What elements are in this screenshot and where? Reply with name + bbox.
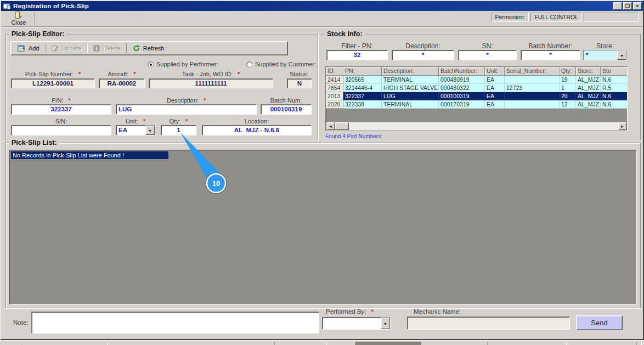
radio-supplied-by-performer[interactable]: Supplied by Performer: [148,61,218,67]
table-row[interactable]: 2020322338TERMINAL000170319EA12AL_MJZN.6 [326,100,627,109]
taskbar-strip [0,340,644,345]
column-header[interactable]: PN: [343,67,382,76]
location-field[interactable]: AL_MJZ - N.6.6 [202,125,312,135]
column-header[interactable]: Qty: [560,67,576,76]
refresh-button-label: Refresh [143,45,165,52]
table-cell: 19 [560,76,576,84]
note-input[interactable] [31,312,319,333]
radio-performer-label: Supplied by Performer: [156,61,218,67]
radio-customer-circle [246,61,252,67]
unit-combo[interactable]: EA ▼ [116,125,155,135]
stock-info-group: Stock Info: Filter - PN: Description: SN… [321,34,641,140]
delete-button[interactable]: Delete [89,43,125,54]
stock-group-title: Stock Info: [325,30,365,38]
note-label: Note: [13,319,29,326]
permission-label: Permission: [492,13,529,22]
close-window-button[interactable]: × [633,2,642,10]
table-cell: TERMINAL [382,100,439,109]
table-cell: EA [485,84,505,92]
table-cell: N.6 [601,92,628,100]
window-title: Registration of Pick-Slip [13,3,612,9]
performed-by-combo[interactable]: ▼ [322,317,391,330]
aircraft-field[interactable]: RA-00002 [99,78,145,88]
task-field[interactable]: 1111111111 [149,78,273,88]
minimize-button[interactable]: _ [613,2,622,10]
update-button[interactable]: Update [47,43,86,54]
taskbar-button[interactable] [21,342,108,345]
refresh-icon [133,45,140,52]
column-header[interactable]: Unit: [485,67,505,76]
radio-supplied-by-customer[interactable]: Supplied by Customer: [246,61,316,67]
task-label: Task - Job, WO ID:* [149,71,273,77]
pick-slip-list-panel[interactable]: No Records in Pick-Slip List were Found … [9,150,637,304]
batch-field[interactable]: 000100319 [261,104,312,115]
qty-field[interactable]: 1 [161,125,196,135]
column-header[interactable]: Sto [601,67,628,76]
column-header[interactable]: ID: [326,67,343,76]
table-cell: 7854 [326,84,343,92]
found-status-text: Found 4 Part Numbers: [325,133,382,139]
table-cell: 2013 [326,92,343,100]
taskbar-button-active[interactable] [355,342,421,345]
column-header[interactable]: Store: [576,67,601,76]
sn-field[interactable] [11,125,111,135]
filter-pn-input[interactable]: 32 [326,50,388,60]
table-cell: 322337 [343,92,382,100]
table-cell: AL_MJZ [576,100,601,109]
table-cell: HIGH STAGE VALVE [382,84,439,92]
unit-label: Unit:* [116,118,155,125]
unit-combo-dropdown-icon[interactable]: ▼ [145,126,155,135]
pick-slip-number-field[interactable]: L12291-00001 [11,78,95,88]
refresh-button[interactable]: Refresh [128,43,169,54]
table-cell: AL_MJZ [576,76,601,84]
location-label: Location: [202,118,312,125]
taskbar-button[interactable] [274,342,327,345]
mechanic-name-field[interactable] [407,316,570,330]
filter-sn-input[interactable]: * [458,50,517,60]
filter-batch-label: Batch Number: [521,42,580,50]
table-cell: 12 [560,100,576,109]
stock-table-header: ID:PN:Description:BatchNumber:Unit:Seria… [326,67,627,76]
table-row[interactable]: 2414320565TERMINAL000480919EA19AL_MJZN.6 [326,76,627,84]
column-header[interactable]: BatchNumber: [439,67,485,76]
filter-batch-input[interactable]: * [521,50,580,60]
permission-extra-panel [584,13,639,22]
stock-table-hscrollbar[interactable]: ◄ ► [326,122,626,130]
column-header[interactable]: Serial_Number: [505,67,560,76]
performed-by-dropdown-icon[interactable]: ▼ [381,318,390,329]
delete-button-label: Delete [103,45,121,52]
column-header[interactable]: Description: [382,67,439,76]
editor-group-title: Pick-Slip Editor: [9,30,67,38]
no-records-message: No Records in Pick-Slip List were Found … [11,151,168,159]
add-button[interactable]: Add [13,43,44,54]
filter-description-input[interactable]: * [392,50,454,60]
store-combo-value: * [584,50,617,60]
table-cell: 1 [560,84,576,92]
taskbar-button[interactable] [636,342,642,345]
pick-slip-number-label: Pick-Slip Number:* [11,71,95,77]
table-cell: 000170319 [439,100,485,109]
store-combo-dropdown-icon[interactable]: ▼ [617,50,626,60]
close-button[interactable]: Close [5,12,32,26]
table-cell: 320565 [343,76,382,84]
table-cell: 322338 [343,100,382,109]
table-cell [505,100,560,109]
table-row[interactable]: 78543214446-4HIGH STAGE VALVE000430322EA… [326,84,627,92]
table-cell: 2020 [326,100,343,109]
pn-field[interactable]: 322337 [11,104,111,115]
scroll-right-icon[interactable]: ► [618,122,626,130]
description-field[interactable]: LUG [116,104,257,115]
pick-slip-editor-group: Pick-Slip Editor: Add Update [5,34,318,140]
send-button[interactable]: Send [576,315,623,330]
store-combo[interactable]: * ▼ [583,50,627,60]
delete-icon [93,45,100,52]
stock-table[interactable]: ID:PN:Description:BatchNumber:Unit:Seria… [325,66,628,131]
status-field[interactable]: N [287,78,312,88]
radio-customer-label: Supplied by Customer: [255,61,316,67]
table-row[interactable]: 2013322337LUG000100319EA20AL_MJZN.6 [326,92,627,100]
scroll-left-icon[interactable]: ◄ [326,122,335,130]
status-label: Status: [283,71,315,77]
taskbar-button[interactable] [487,342,567,345]
maximize-button[interactable]: ❐ [623,2,632,10]
scrollbar-thumb[interactable] [335,122,349,130]
